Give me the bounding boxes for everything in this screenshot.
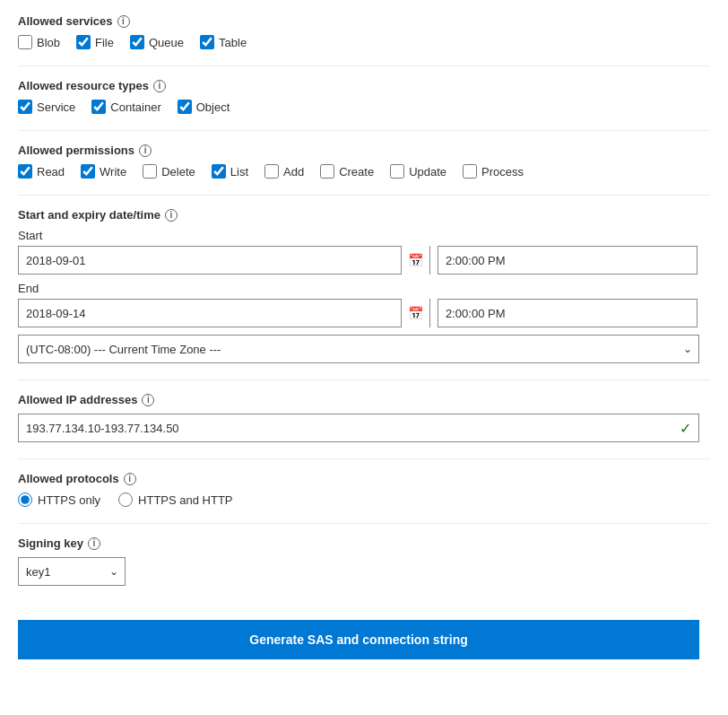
allowed-protocols-label: Allowed protocols (18, 472, 119, 485)
signing-key-title: Signing key i (18, 536, 710, 550)
https-only-radio-item: HTTPS only (18, 493, 100, 507)
write-label[interactable]: Write (100, 165, 126, 179)
divider-5 (18, 458, 710, 459)
timezone-select[interactable]: (UTC-08:00) --- Current Time Zone --- (U… (18, 335, 699, 363)
datetime-info-icon[interactable]: i (165, 209, 178, 222)
allowed-protocols-info-icon[interactable]: i (124, 473, 136, 485)
https-http-label[interactable]: HTTPS and HTTP (138, 493, 232, 507)
create-label[interactable]: Create (339, 165, 374, 179)
end-date-input[interactable] (19, 300, 401, 327)
queue-checkbox[interactable] (130, 35, 144, 49)
end-calendar-button[interactable]: 📅 (401, 299, 429, 327)
allowed-services-checkboxes: Blob File Queue Table (18, 35, 710, 49)
file-checkbox[interactable] (76, 35, 91, 49)
allowed-permissions-section: Allowed permissions i Read Write Delete … (18, 144, 710, 179)
list-checkbox[interactable] (212, 164, 226, 179)
object-checkbox-item: Object (178, 100, 230, 114)
allowed-resource-types-info-icon[interactable]: i (153, 80, 166, 92)
allowed-services-label: Allowed services (18, 14, 113, 28)
protocols-radio-group: HTTPS only HTTPS and HTTP (18, 493, 710, 507)
read-checkbox-item: Read (18, 164, 65, 179)
service-label[interactable]: Service (37, 100, 75, 114)
ip-input-wrapper: ✓ (18, 414, 699, 442)
container-checkbox[interactable] (91, 100, 106, 114)
start-datetime-row: 📅 (18, 246, 710, 275)
allowed-ip-info-icon[interactable]: i (142, 394, 154, 406)
generate-sas-button[interactable]: Generate SAS and connection string (18, 620, 699, 659)
start-time-input[interactable] (438, 246, 698, 275)
read-checkbox[interactable] (18, 164, 32, 179)
allowed-permissions-info-icon[interactable]: i (139, 144, 152, 157)
allowed-resource-types-section: Allowed resource types i Service Contain… (18, 79, 710, 114)
service-checkbox[interactable] (18, 100, 32, 114)
https-http-radio[interactable] (118, 493, 133, 507)
blob-label[interactable]: Blob (37, 36, 60, 49)
service-checkbox-item: Service (18, 100, 75, 114)
write-checkbox[interactable] (81, 164, 95, 179)
file-label[interactable]: File (95, 36, 114, 49)
process-checkbox-item: Process (463, 164, 524, 179)
https-http-radio-item: HTTPS and HTTP (118, 493, 232, 507)
process-checkbox[interactable] (463, 164, 477, 179)
datetime-section: Start and expiry date/time i Start 📅 End… (18, 208, 710, 363)
allowed-ip-section: Allowed IP addresses i ✓ (18, 393, 710, 442)
allowed-ip-title: Allowed IP addresses i (18, 393, 710, 406)
create-checkbox-item: Create (320, 164, 374, 179)
blob-checkbox[interactable] (18, 35, 32, 49)
signing-key-label: Signing key (18, 536, 83, 550)
signing-key-wrapper: key1 key2 ⌄ (18, 557, 126, 586)
list-label[interactable]: List (230, 165, 248, 179)
delete-checkbox-item: Delete (143, 164, 195, 179)
object-checkbox[interactable] (178, 100, 192, 114)
allowed-resource-types-label: Allowed resource types (18, 79, 149, 92)
start-label: Start (18, 229, 710, 242)
delete-checkbox[interactable] (143, 164, 157, 179)
write-checkbox-item: Write (81, 164, 126, 179)
signing-key-info-icon[interactable]: i (88, 537, 100, 550)
allowed-protocols-section: Allowed protocols i HTTPS only HTTPS and… (18, 472, 710, 507)
allowed-permissions-title: Allowed permissions i (18, 144, 710, 157)
allowed-services-info-icon[interactable]: i (117, 15, 130, 28)
update-checkbox-item: Update (390, 164, 446, 179)
divider-3 (18, 195, 710, 196)
signing-key-section: Signing key i key1 key2 ⌄ (18, 536, 710, 586)
queue-label[interactable]: Queue (149, 36, 184, 49)
divider-6 (18, 523, 710, 524)
update-label[interactable]: Update (409, 165, 446, 179)
add-checkbox[interactable] (264, 164, 279, 179)
signing-key-select[interactable]: key1 key2 (18, 557, 126, 586)
start-calendar-button[interactable]: 📅 (401, 246, 429, 275)
divider-1 (18, 65, 710, 66)
add-label[interactable]: Add (283, 165, 304, 179)
start-date-wrapper: 📅 (18, 246, 430, 275)
container-label[interactable]: Container (110, 100, 160, 114)
object-label[interactable]: Object (196, 100, 230, 114)
blob-checkbox-item: Blob (18, 35, 60, 49)
allowed-permissions-checkboxes: Read Write Delete List Add Create Update (18, 164, 710, 179)
https-only-radio[interactable] (18, 493, 32, 507)
queue-checkbox-item: Queue (130, 35, 184, 49)
end-label: End (18, 282, 710, 295)
allowed-services-title: Allowed services i (18, 14, 710, 28)
datetime-label: Start and expiry date/time (18, 208, 160, 222)
start-date-input[interactable] (19, 247, 401, 274)
allowed-ip-label: Allowed IP addresses (18, 393, 137, 406)
table-checkbox[interactable] (200, 35, 214, 49)
ip-input[interactable] (19, 414, 680, 441)
container-checkbox-item: Container (91, 100, 160, 114)
allowed-services-section: Allowed services i Blob File Queue Table (18, 14, 710, 49)
delete-label[interactable]: Delete (161, 165, 195, 179)
allowed-resource-types-title: Allowed resource types i (18, 79, 710, 92)
end-time-input[interactable] (438, 299, 698, 327)
end-calendar-icon: 📅 (408, 306, 423, 320)
timezone-wrapper: (UTC-08:00) --- Current Time Zone --- (U… (18, 335, 699, 363)
update-checkbox[interactable] (390, 164, 404, 179)
table-label[interactable]: Table (219, 36, 247, 49)
read-label[interactable]: Read (37, 165, 65, 179)
table-checkbox-item: Table (200, 35, 247, 49)
create-checkbox[interactable] (320, 164, 334, 179)
process-label[interactable]: Process (481, 165, 524, 179)
allowed-protocols-title: Allowed protocols i (18, 472, 710, 485)
https-only-label[interactable]: HTTPS only (38, 493, 100, 507)
datetime-title: Start and expiry date/time i (18, 208, 710, 222)
